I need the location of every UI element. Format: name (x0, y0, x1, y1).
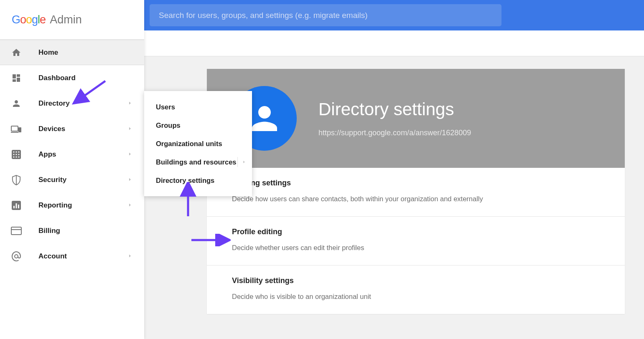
submenu-buildings[interactable]: Buildings and resources (144, 153, 252, 171)
svg-rect-15 (18, 205, 19, 208)
nav-reporting[interactable]: Reporting (0, 192, 144, 218)
annotation-arrow-icon (189, 234, 231, 246)
panel-header: Directory settings https://support.googl… (207, 69, 625, 168)
devices-icon (10, 123, 23, 135)
chevron-right-icon (127, 202, 132, 209)
svg-rect-1 (18, 127, 21, 132)
chevron-right-icon (127, 100, 132, 107)
nav-devices[interactable]: Devices (0, 116, 144, 142)
nav-label: Apps (38, 150, 56, 159)
google-logo: Google (12, 13, 46, 26)
svg-point-10 (15, 156, 17, 157)
annotation-arrow-icon (72, 78, 109, 107)
settings-panel: Directory settings https://support.googl… (207, 69, 625, 314)
nav-label: Billing (38, 227, 60, 235)
section-sharing[interactable]: Sharing settings Decide how users can sh… (207, 168, 625, 217)
nav-label: Devices (38, 125, 65, 133)
billing-icon (10, 225, 23, 237)
section-desc: Decide whether users can edit their prof… (232, 244, 600, 252)
section-desc: Decide how users can share contacts, bot… (232, 195, 600, 203)
svg-point-18 (15, 255, 18, 258)
submenu-label: Users (156, 103, 175, 111)
submenu-org-units[interactable]: Organizational units (144, 134, 252, 153)
directory-submenu: Users Groups Organizational units Buildi… (144, 91, 252, 196)
person-icon (10, 97, 23, 110)
sidebar: Google Admin Home Dashboard Directory De… (0, 0, 144, 339)
nav-account[interactable]: Account (0, 243, 144, 269)
search-box[interactable] (150, 4, 501, 26)
svg-point-5 (18, 151, 19, 152)
submenu-users[interactable]: Users (144, 98, 252, 116)
section-title: Profile editing (232, 228, 600, 236)
admin-word: Admin (50, 13, 82, 26)
svg-point-6 (13, 154, 14, 155)
chevron-right-icon (127, 176, 132, 184)
nav-label: Security (38, 176, 66, 184)
nav-label: Dashboard (38, 74, 76, 82)
panel-subtitle: https://support.google.com/a/answer/1628… (318, 129, 471, 137)
panel-title: Directory settings (318, 99, 471, 119)
search-input[interactable] (159, 11, 492, 20)
submenu-label: Groups (156, 121, 181, 129)
svg-point-3 (13, 151, 14, 152)
nav-label: Home (38, 48, 58, 57)
chevron-right-icon (127, 151, 132, 158)
nav-label: Directory (38, 99, 70, 108)
svg-rect-13 (13, 206, 15, 208)
section-title: Visibility settings (232, 276, 600, 285)
logo: Google Admin (0, 0, 144, 40)
nav-label: Account (38, 252, 67, 261)
submenu-directory-settings[interactable]: Directory settings (144, 171, 252, 190)
panel-header-text: Directory settings https://support.googl… (318, 99, 471, 137)
chevron-right-icon (127, 125, 132, 133)
nav-billing[interactable]: Billing (0, 218, 144, 243)
section-profile-editing[interactable]: Profile editing Decide whether users can… (207, 217, 625, 266)
nav-label: Reporting (38, 201, 72, 210)
svg-rect-0 (11, 126, 18, 131)
annotation-arrow-icon (180, 182, 196, 220)
chevron-right-icon (127, 253, 132, 260)
svg-rect-16 (11, 227, 21, 235)
svg-rect-14 (16, 203, 17, 208)
svg-point-7 (15, 154, 17, 155)
section-title: Sharing settings (232, 179, 600, 187)
home-icon (10, 46, 23, 59)
svg-line-19 (77, 81, 105, 101)
svg-point-8 (18, 154, 19, 155)
dashboard-icon (10, 72, 23, 84)
nav: Home Dashboard Directory Devices Apps Se… (0, 40, 144, 269)
submenu-groups[interactable]: Groups (144, 116, 252, 134)
svg-point-4 (15, 151, 17, 152)
svg-point-11 (18, 156, 19, 157)
nav-home[interactable]: Home (0, 40, 144, 65)
chart-icon (10, 199, 23, 212)
submenu-label: Organizational units (156, 140, 222, 148)
nav-security[interactable]: Security (0, 167, 144, 192)
section-visibility[interactable]: Visibility settings Decide who is visibl… (207, 266, 625, 314)
chevron-right-icon (237, 157, 246, 167)
shield-icon (10, 174, 23, 186)
nav-apps[interactable]: Apps (0, 142, 144, 167)
at-icon (10, 250, 23, 263)
section-desc: Decide who is visible to an organization… (232, 293, 600, 301)
apps-icon (10, 148, 23, 161)
svg-point-9 (13, 156, 14, 157)
submenu-label: Buildings and resources (156, 158, 237, 166)
